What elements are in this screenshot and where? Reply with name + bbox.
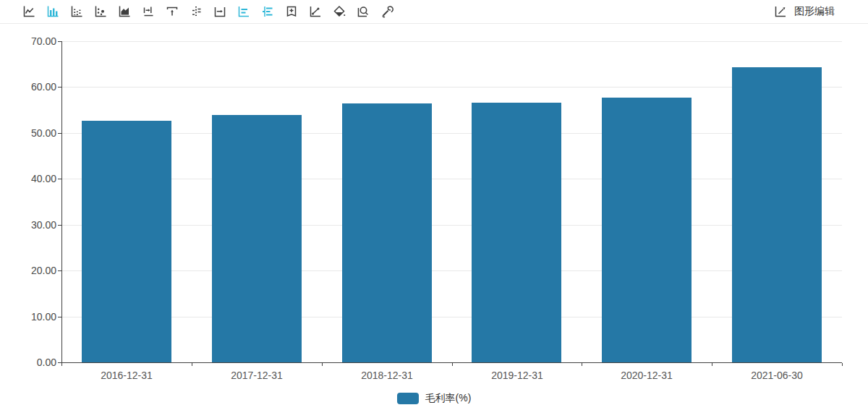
y-axis-label: 30.00 <box>6 219 56 231</box>
y-axis-label: 70.00 <box>6 35 56 47</box>
legend-item[interactable]: 毛利率(%) <box>0 391 868 406</box>
line-chart-icon[interactable] <box>22 4 36 19</box>
edit-chart-button[interactable]: 图形编辑 <box>773 4 868 19</box>
bar-chart-canvas: 毛利率(%) 0.0010.0020.0030.0040.0050.0060.0… <box>0 25 868 418</box>
x-axis-label: 2019-12-31 <box>452 369 582 382</box>
x-axis-tick <box>842 363 843 366</box>
dashed-bar-chart-icon[interactable] <box>69 4 84 19</box>
edit-chart-label: 图形编辑 <box>794 5 835 18</box>
y-gridline <box>61 41 842 42</box>
y-gridline <box>61 317 842 317</box>
toolbar-icon-group <box>22 4 394 19</box>
y-axis-label: 50.00 <box>6 127 56 139</box>
add-flag-icon[interactable] <box>284 4 299 19</box>
bar[interactable] <box>342 103 432 362</box>
y-axis-label: 10.00 <box>6 311 56 323</box>
x-axis-tick <box>712 363 712 366</box>
hbar-chart-icon[interactable] <box>237 4 251 19</box>
settings-icon[interactable] <box>380 4 394 19</box>
x-axis-tick <box>192 363 192 366</box>
y-axis-label: 60.00 <box>6 81 56 93</box>
legend-label: 毛利率(%) <box>425 392 472 405</box>
x-axis-label: 2017-12-31 <box>192 369 322 382</box>
x-axis-label: 2021-06-30 <box>712 369 842 382</box>
hbar-align-icon[interactable] <box>260 4 275 19</box>
bar[interactable] <box>602 98 692 362</box>
x-axis-tick <box>582 363 582 366</box>
y-axis-label: 20.00 <box>6 265 56 276</box>
bar[interactable] <box>82 121 171 362</box>
y-axis-label: 40.00 <box>6 173 56 184</box>
x-axis-label: 2016-12-31 <box>61 369 192 382</box>
y-gridline <box>61 87 842 88</box>
y-axis-label: 0.00 <box>6 357 56 368</box>
x-axis-tick <box>452 363 453 366</box>
move-right-icon[interactable] <box>213 4 227 19</box>
y-gridline <box>61 270 842 271</box>
y-gridline <box>61 133 842 134</box>
axis-marks-icon[interactable] <box>189 4 203 19</box>
bar[interactable] <box>732 67 822 362</box>
x-axis-label: 2020-12-31 <box>582 369 712 382</box>
scatter-chart-icon[interactable] <box>93 4 108 19</box>
area-chart-icon[interactable] <box>117 4 132 19</box>
bar-chart-icon[interactable] <box>46 4 60 19</box>
zoom-icon[interactable] <box>356 4 370 19</box>
y-gridline <box>61 179 842 179</box>
x-axis-label: 2018-12-31 <box>322 369 452 382</box>
chart-toolbar: 图形编辑 <box>0 0 868 24</box>
legend-swatch <box>397 393 419 404</box>
y-gridline <box>61 225 842 226</box>
edit-chart-icon <box>773 4 788 19</box>
bar[interactable] <box>212 115 302 362</box>
bar[interactable] <box>472 103 561 362</box>
y-axis-line <box>61 41 62 363</box>
align-top-icon[interactable] <box>165 4 179 19</box>
step-right-icon[interactable] <box>141 4 156 19</box>
x-axis-tick <box>61 363 62 366</box>
fill-color-icon[interactable] <box>332 4 346 19</box>
x-axis-tick <box>322 363 323 366</box>
trend-line-icon[interactable] <box>308 4 323 19</box>
